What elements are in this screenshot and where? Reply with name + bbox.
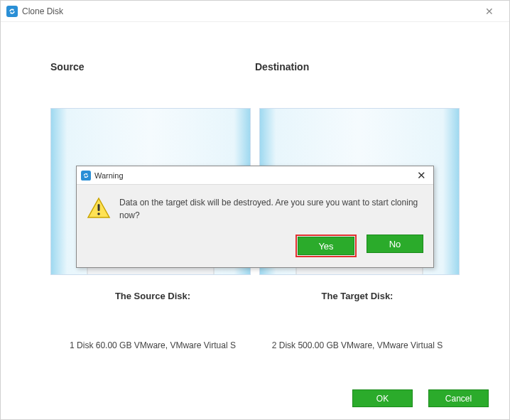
titlebar: Clone Disk ✕ xyxy=(1,1,509,22)
dialog-body: Data on the target disk will be destroye… xyxy=(77,185,433,227)
yes-button[interactable]: Yes xyxy=(298,237,354,255)
dialog-message: Data on the target disk will be destroye… xyxy=(119,196,423,222)
main-window: Clone Disk ✕ Source Destination The Sour… xyxy=(0,0,510,420)
svg-point-4 xyxy=(97,212,100,215)
footer-buttons: OK Cancel xyxy=(352,389,489,407)
dialog-buttons: Yes No xyxy=(77,227,433,267)
warning-dialog: Warning ✕ Data on the target disk will b… xyxy=(76,166,434,268)
window-close-button[interactable]: ✕ xyxy=(475,6,504,17)
target-disk-detail: 2 Disk 500.00 GB VMware, VMware Virtual … xyxy=(255,340,460,350)
destination-header: Destination xyxy=(255,61,460,72)
svg-rect-1 xyxy=(81,171,91,181)
cancel-button[interactable]: Cancel xyxy=(428,389,489,407)
source-disk-label: The Source Disk: xyxy=(50,291,255,301)
target-disk-label: The Target Disk: xyxy=(255,291,460,301)
window-title: Clone Disk xyxy=(22,6,475,16)
dialog-close-button[interactable]: ✕ xyxy=(408,169,429,182)
ok-button[interactable]: OK xyxy=(352,389,413,407)
app-icon xyxy=(6,6,18,17)
no-button[interactable]: No xyxy=(367,235,423,253)
column-headers: Source Destination xyxy=(50,61,460,72)
warning-icon xyxy=(87,196,111,220)
disk-details: 1 Disk 60.00 GB VMware, VMware Virtual S… xyxy=(50,340,460,350)
source-header: Source xyxy=(50,61,255,72)
yes-button-highlight: Yes xyxy=(295,235,357,257)
svg-rect-3 xyxy=(98,204,100,211)
dialog-titlebar: Warning ✕ xyxy=(77,166,433,185)
svg-rect-0 xyxy=(6,6,18,17)
app-icon xyxy=(81,171,91,181)
source-disk-detail: 1 Disk 60.00 GB VMware, VMware Virtual S xyxy=(50,340,255,350)
disk-labels: The Source Disk: The Target Disk: xyxy=(50,291,460,301)
dialog-title: Warning xyxy=(94,171,408,180)
